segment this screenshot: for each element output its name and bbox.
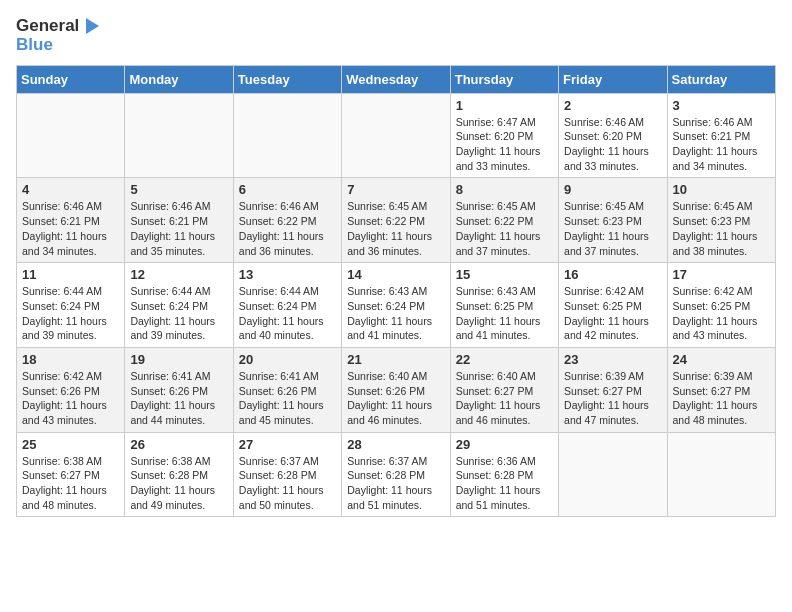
calendar-day-cell: 20Sunrise: 6:41 AMSunset: 6:26 PMDayligh…: [233, 347, 341, 432]
page-header: General Blue: [16, 16, 776, 55]
calendar-day-cell: 15Sunrise: 6:43 AMSunset: 6:25 PMDayligh…: [450, 263, 558, 348]
calendar-day-cell: 12Sunrise: 6:44 AMSunset: 6:24 PMDayligh…: [125, 263, 233, 348]
day-of-week-header: Sunday: [17, 65, 125, 93]
day-info: Sunrise: 6:46 AMSunset: 6:21 PMDaylight:…: [130, 199, 227, 258]
calendar-day-cell: 23Sunrise: 6:39 AMSunset: 6:27 PMDayligh…: [559, 347, 667, 432]
day-number: 2: [564, 98, 661, 113]
day-number: 18: [22, 352, 119, 367]
day-number: 28: [347, 437, 444, 452]
day-info: Sunrise: 6:45 AMSunset: 6:23 PMDaylight:…: [673, 199, 770, 258]
day-info: Sunrise: 6:40 AMSunset: 6:26 PMDaylight:…: [347, 369, 444, 428]
calendar-day-cell: 24Sunrise: 6:39 AMSunset: 6:27 PMDayligh…: [667, 347, 775, 432]
calendar-day-cell: 28Sunrise: 6:37 AMSunset: 6:28 PMDayligh…: [342, 432, 450, 517]
day-info: Sunrise: 6:42 AMSunset: 6:25 PMDaylight:…: [564, 284, 661, 343]
calendar-day-cell: [559, 432, 667, 517]
day-number: 14: [347, 267, 444, 282]
day-number: 1: [456, 98, 553, 113]
calendar-day-cell: 5Sunrise: 6:46 AMSunset: 6:21 PMDaylight…: [125, 178, 233, 263]
day-number: 10: [673, 182, 770, 197]
calendar-day-cell: 3Sunrise: 6:46 AMSunset: 6:21 PMDaylight…: [667, 93, 775, 178]
day-number: 7: [347, 182, 444, 197]
calendar-day-cell: [233, 93, 341, 178]
day-number: 13: [239, 267, 336, 282]
day-of-week-header: Saturday: [667, 65, 775, 93]
calendar-day-cell: 18Sunrise: 6:42 AMSunset: 6:26 PMDayligh…: [17, 347, 125, 432]
day-number: 29: [456, 437, 553, 452]
day-info: Sunrise: 6:46 AMSunset: 6:21 PMDaylight:…: [22, 199, 119, 258]
calendar-day-cell: [342, 93, 450, 178]
day-number: 26: [130, 437, 227, 452]
day-number: 19: [130, 352, 227, 367]
calendar-day-cell: 26Sunrise: 6:38 AMSunset: 6:28 PMDayligh…: [125, 432, 233, 517]
day-of-week-header: Thursday: [450, 65, 558, 93]
logo-general-text: General: [16, 17, 79, 36]
day-info: Sunrise: 6:46 AMSunset: 6:20 PMDaylight:…: [564, 115, 661, 174]
calendar-week-row: 11Sunrise: 6:44 AMSunset: 6:24 PMDayligh…: [17, 263, 776, 348]
day-info: Sunrise: 6:37 AMSunset: 6:28 PMDaylight:…: [239, 454, 336, 513]
day-number: 8: [456, 182, 553, 197]
day-info: Sunrise: 6:45 AMSunset: 6:23 PMDaylight:…: [564, 199, 661, 258]
calendar-day-cell: 4Sunrise: 6:46 AMSunset: 6:21 PMDaylight…: [17, 178, 125, 263]
day-info: Sunrise: 6:44 AMSunset: 6:24 PMDaylight:…: [22, 284, 119, 343]
calendar-table: SundayMondayTuesdayWednesdayThursdayFrid…: [16, 65, 776, 518]
day-info: Sunrise: 6:42 AMSunset: 6:26 PMDaylight:…: [22, 369, 119, 428]
day-info: Sunrise: 6:46 AMSunset: 6:21 PMDaylight:…: [673, 115, 770, 174]
calendar-day-cell: 27Sunrise: 6:37 AMSunset: 6:28 PMDayligh…: [233, 432, 341, 517]
calendar-day-cell: 22Sunrise: 6:40 AMSunset: 6:27 PMDayligh…: [450, 347, 558, 432]
day-number: 21: [347, 352, 444, 367]
calendar-day-cell: 9Sunrise: 6:45 AMSunset: 6:23 PMDaylight…: [559, 178, 667, 263]
day-number: 24: [673, 352, 770, 367]
day-of-week-header: Friday: [559, 65, 667, 93]
calendar-day-cell: 16Sunrise: 6:42 AMSunset: 6:25 PMDayligh…: [559, 263, 667, 348]
logo: General Blue: [16, 16, 101, 55]
calendar-day-cell: 7Sunrise: 6:45 AMSunset: 6:22 PMDaylight…: [342, 178, 450, 263]
calendar-day-cell: 1Sunrise: 6:47 AMSunset: 6:20 PMDaylight…: [450, 93, 558, 178]
day-info: Sunrise: 6:36 AMSunset: 6:28 PMDaylight:…: [456, 454, 553, 513]
day-info: Sunrise: 6:45 AMSunset: 6:22 PMDaylight:…: [347, 199, 444, 258]
day-info: Sunrise: 6:41 AMSunset: 6:26 PMDaylight:…: [130, 369, 227, 428]
day-number: 3: [673, 98, 770, 113]
day-number: 4: [22, 182, 119, 197]
day-number: 22: [456, 352, 553, 367]
calendar-week-row: 4Sunrise: 6:46 AMSunset: 6:21 PMDaylight…: [17, 178, 776, 263]
day-number: 11: [22, 267, 119, 282]
day-info: Sunrise: 6:43 AMSunset: 6:25 PMDaylight:…: [456, 284, 553, 343]
calendar-day-cell: [125, 93, 233, 178]
day-info: Sunrise: 6:41 AMSunset: 6:26 PMDaylight:…: [239, 369, 336, 428]
calendar-week-row: 25Sunrise: 6:38 AMSunset: 6:27 PMDayligh…: [17, 432, 776, 517]
calendar-day-cell: 19Sunrise: 6:41 AMSunset: 6:26 PMDayligh…: [125, 347, 233, 432]
day-number: 23: [564, 352, 661, 367]
day-number: 25: [22, 437, 119, 452]
day-info: Sunrise: 6:44 AMSunset: 6:24 PMDaylight:…: [130, 284, 227, 343]
day-info: Sunrise: 6:38 AMSunset: 6:27 PMDaylight:…: [22, 454, 119, 513]
day-of-week-header: Wednesday: [342, 65, 450, 93]
day-info: Sunrise: 6:40 AMSunset: 6:27 PMDaylight:…: [456, 369, 553, 428]
day-info: Sunrise: 6:42 AMSunset: 6:25 PMDaylight:…: [673, 284, 770, 343]
day-number: 12: [130, 267, 227, 282]
day-number: 15: [456, 267, 553, 282]
calendar-header-row: SundayMondayTuesdayWednesdayThursdayFrid…: [17, 65, 776, 93]
calendar-day-cell: 14Sunrise: 6:43 AMSunset: 6:24 PMDayligh…: [342, 263, 450, 348]
day-info: Sunrise: 6:43 AMSunset: 6:24 PMDaylight:…: [347, 284, 444, 343]
svg-marker-0: [86, 18, 99, 34]
logo-blue-text: Blue: [16, 36, 53, 55]
day-number: 27: [239, 437, 336, 452]
calendar-week-row: 18Sunrise: 6:42 AMSunset: 6:26 PMDayligh…: [17, 347, 776, 432]
day-info: Sunrise: 6:45 AMSunset: 6:22 PMDaylight:…: [456, 199, 553, 258]
calendar-day-cell: [667, 432, 775, 517]
day-number: 6: [239, 182, 336, 197]
calendar-day-cell: 10Sunrise: 6:45 AMSunset: 6:23 PMDayligh…: [667, 178, 775, 263]
calendar-day-cell: 13Sunrise: 6:44 AMSunset: 6:24 PMDayligh…: [233, 263, 341, 348]
day-info: Sunrise: 6:46 AMSunset: 6:22 PMDaylight:…: [239, 199, 336, 258]
calendar-day-cell: 29Sunrise: 6:36 AMSunset: 6:28 PMDayligh…: [450, 432, 558, 517]
day-of-week-header: Monday: [125, 65, 233, 93]
calendar-day-cell: 25Sunrise: 6:38 AMSunset: 6:27 PMDayligh…: [17, 432, 125, 517]
calendar-week-row: 1Sunrise: 6:47 AMSunset: 6:20 PMDaylight…: [17, 93, 776, 178]
day-number: 17: [673, 267, 770, 282]
day-info: Sunrise: 6:38 AMSunset: 6:28 PMDaylight:…: [130, 454, 227, 513]
calendar-day-cell: 17Sunrise: 6:42 AMSunset: 6:25 PMDayligh…: [667, 263, 775, 348]
day-info: Sunrise: 6:39 AMSunset: 6:27 PMDaylight:…: [673, 369, 770, 428]
calendar-day-cell: 6Sunrise: 6:46 AMSunset: 6:22 PMDaylight…: [233, 178, 341, 263]
calendar-day-cell: 2Sunrise: 6:46 AMSunset: 6:20 PMDaylight…: [559, 93, 667, 178]
day-info: Sunrise: 6:44 AMSunset: 6:24 PMDaylight:…: [239, 284, 336, 343]
